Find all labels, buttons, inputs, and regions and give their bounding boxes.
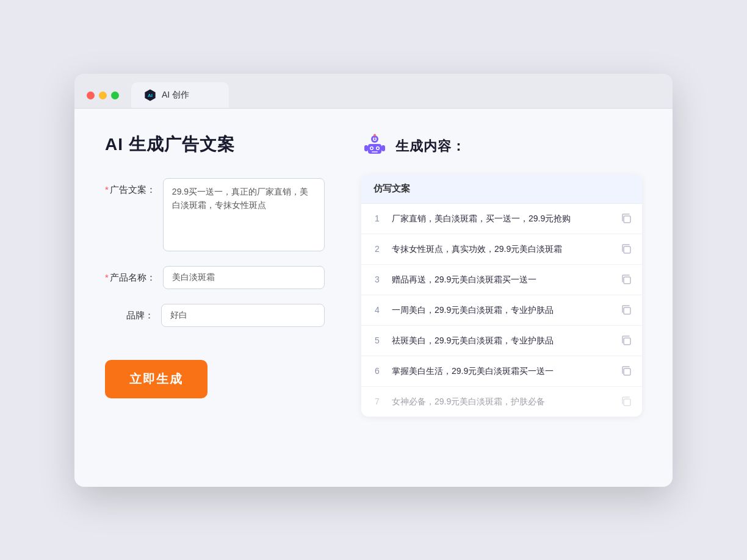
result-row: 2 专抹女性斑点，真实功效，29.9元美白淡斑霜 [361,234,642,265]
svg-text:AI: AI [148,93,153,98]
right-panel: 生成内容： 仿写文案 1 厂家直销，美白淡斑霜，买一送一，29.9元抢购 2 [361,133,642,417]
ad-copy-row: *广告文案： 29.9买一送一，真正的厂家直销，美白淡斑霜，专抹女性斑点 [105,178,325,251]
minimize-button[interactable] [99,92,107,99]
close-button[interactable] [87,92,95,99]
result-row: 3 赠品再送，29.9元美白淡斑霜买一送一 [361,265,642,295]
svg-rect-20 [624,368,630,375]
result-text: 掌握美白生活，29.9元美白淡斑霜买一送一 [392,365,612,378]
right-header: 生成内容： [361,133,642,160]
result-row: 6 掌握美白生活，29.9元美白淡斑霜买一送一 [361,356,642,387]
traffic-lights [87,92,119,108]
svg-rect-14 [381,145,385,151]
browser-content: AI 生成广告文案 *广告文案： 29.9买一送一，真正的厂家直销，美白淡斑霜，… [74,109,673,487]
maximize-button[interactable] [111,92,119,99]
generate-button[interactable]: 立即生成 [105,360,208,398]
page-layout: AI 生成广告文案 *广告文案： 29.9买一送一，真正的厂家直销，美白淡斑霜，… [105,133,642,417]
left-panel: AI 生成广告文案 *广告文案： 29.9买一送一，真正的厂家直销，美白淡斑霜，… [105,133,325,417]
brand-label: 品牌： [105,304,154,321]
result-index: 4 [371,305,383,315]
result-text: 女神必备，29.9元美白淡斑霜，护肤必备 [392,395,612,408]
copy-icon[interactable] [620,273,632,285]
result-index: 6 [371,366,383,376]
svg-rect-15 [624,216,630,223]
browser-titlebar: AI AI 创作 [74,74,673,109]
copy-icon[interactable] [620,395,632,407]
svg-rect-13 [364,145,368,151]
brand-row: 品牌： [105,304,325,327]
result-index: 1 [371,214,383,223]
svg-point-4 [374,138,376,140]
svg-rect-18 [624,307,630,314]
browser-tab[interactable]: AI AI 创作 [131,82,229,108]
tab-label: AI 创作 [162,90,189,101]
brand-input[interactable] [161,304,325,327]
result-text: 专抹女性斑点，真实功效，29.9元美白淡斑霜 [392,243,612,256]
result-text: 一周美白，29.9元美白淡斑霜，专业护肤品 [392,304,612,317]
result-text: 赠品再送，29.9元美白淡斑霜买一送一 [392,273,612,286]
copy-icon[interactable] [620,304,632,316]
product-name-input[interactable] [163,266,325,289]
right-title: 生成内容： [395,137,466,156]
required-mark-ad: * [105,184,109,195]
copy-icon[interactable] [620,365,632,377]
result-row: 4 一周美白，29.9元美白淡斑霜，专业护肤品 [361,295,642,326]
browser-window: AI AI 创作 AI 生成广告文案 *广告文案： 29.9买一送一，真正的厂家… [74,74,673,487]
result-row-dimmed: 7 女神必备，29.9元美白淡斑霜，护肤必备 [361,387,642,417]
copy-icon[interactable] [620,243,632,255]
result-index: 2 [371,244,383,254]
required-mark-product: * [105,272,109,282]
svg-point-10 [371,147,373,149]
copy-icon[interactable] [620,334,632,346]
result-table: 仿写文案 1 厂家直销，美白淡斑霜，买一送一，29.9元抢购 2 专抹女性斑点，… [361,174,642,417]
result-text: 祛斑美白，29.9元美白淡斑霜，专业护肤品 [392,334,612,347]
svg-rect-16 [624,246,630,253]
ad-copy-input[interactable]: 29.9买一送一，真正的厂家直销，美白淡斑霜，专抹女性斑点 [163,178,325,251]
result-table-header: 仿写文案 [361,174,642,204]
result-index: 7 [371,397,383,406]
svg-point-6 [374,134,376,136]
result-index: 5 [371,336,383,345]
ad-copy-label: *广告文案： [105,178,156,196]
svg-rect-21 [624,399,630,406]
product-name-row: *产品名称： [105,266,325,289]
robot-icon [361,133,388,160]
product-name-label: *产品名称： [105,266,156,284]
result-text: 厂家直销，美白淡斑霜，买一送一，29.9元抢购 [392,212,612,225]
ai-tab-icon: AI [143,88,157,102]
svg-rect-17 [624,277,630,284]
svg-rect-19 [624,338,630,345]
result-row: 5 祛斑美白，29.9元美白淡斑霜，专业护肤品 [361,326,642,356]
copy-icon[interactable] [620,212,632,224]
result-row: 1 厂家直销，美白淡斑霜，买一送一，29.9元抢购 [361,204,642,234]
svg-rect-12 [372,151,378,153]
page-title: AI 生成广告文案 [105,133,325,156]
svg-point-11 [377,147,379,149]
result-index: 3 [371,275,383,284]
